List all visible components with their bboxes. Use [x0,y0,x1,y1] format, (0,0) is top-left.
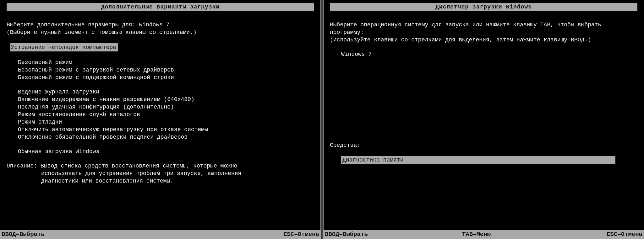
boot-manager-panel: Диспетчер загрузки Windows Выберите опер… [323,0,644,239]
description-line1: Описание: Вывод списка средств восстанов… [7,162,314,170]
boot-option[interactable]: Безопасный режим с загрузкой сетевых дра… [7,66,314,74]
footer-enter[interactable]: ВВОД=Выбрать [2,231,45,238]
choose-prompt-text: Выберите дополнительные параметры для: [7,22,135,28]
boot-option-selected-label: Устранение неполадок компьютера [10,43,118,51]
advanced-boot-footer: ВВОД=Выбрать ESC=Отмена [0,230,320,239]
description-text-1: Вывод списка средств восстановления сист… [41,163,237,169]
description-text-3: диагностики или восстановления системы. [7,177,314,185]
bm-prompt-1: Выберите операционную систему для запуск… [330,21,637,29]
bm-prompt-2: программу: [330,29,637,36]
boot-option[interactable]: Включение видеорежима с низким разрешени… [7,96,314,103]
boot-option[interactable]: Отключить автоматическую перезагрузку пр… [7,126,314,133]
boot-option[interactable]: Ведение журнала загрузки [7,88,314,96]
tools-item-memory-diagnostic[interactable]: Диагностика памяти [341,156,615,164]
boot-manager-footer: ВВОД=Выбрать TAB=Меню ESC=Отмена [324,230,644,239]
choose-prompt-os: Windows 7 [139,22,169,28]
boot-manager-body: Выберите операционную систему для запуск… [324,11,644,230]
advanced-boot-body: Выберите дополнительные параметры для: W… [0,11,320,230]
footer-enter[interactable]: ВВОД=Выбрать [325,231,368,238]
description-label: Описание: [7,163,37,169]
footer-esc[interactable]: ESC=Отмена [283,231,319,238]
advanced-boot-panel: Дополнительные варианты загрузки Выберит… [0,0,321,239]
boot-option[interactable]: Режим восстановления служб каталогов [7,111,314,118]
boot-option[interactable]: Безопасный режим с поддержкой командной … [7,74,314,81]
boot-option[interactable]: Обычная загрузка Windows [7,148,314,155]
boot-option[interactable]: Отключение обязательной проверки подписи… [7,133,314,141]
boot-option[interactable]: Безопасный режим [7,59,314,66]
boot-manager-title: Диспетчер загрузки Windows [330,3,637,11]
footer-tab[interactable]: TAB=Меню [462,231,491,238]
bm-hint: (Используйте клавиши со стрелками для вы… [330,36,637,44]
advanced-boot-title: Дополнительные варианты загрузки [7,3,314,11]
arrow-hint: (Выберите нужный элемент с помощью клави… [7,29,314,36]
tools-label: Средства: [330,141,637,149]
boot-option[interactable]: Режим отладки [7,118,314,126]
description-text-2: использовать для устранения проблем при … [7,170,314,177]
os-item-windows7[interactable]: Windows 7 [330,50,637,58]
boot-option-selected[interactable]: Устранение неполадок компьютера [7,43,314,52]
choose-prompt: Выберите дополнительные параметры для: W… [7,21,314,29]
footer-esc[interactable]: ESC=Отмена [607,231,642,238]
boot-option[interactable]: Последняя удачная конфигурация (дополнит… [7,103,314,111]
